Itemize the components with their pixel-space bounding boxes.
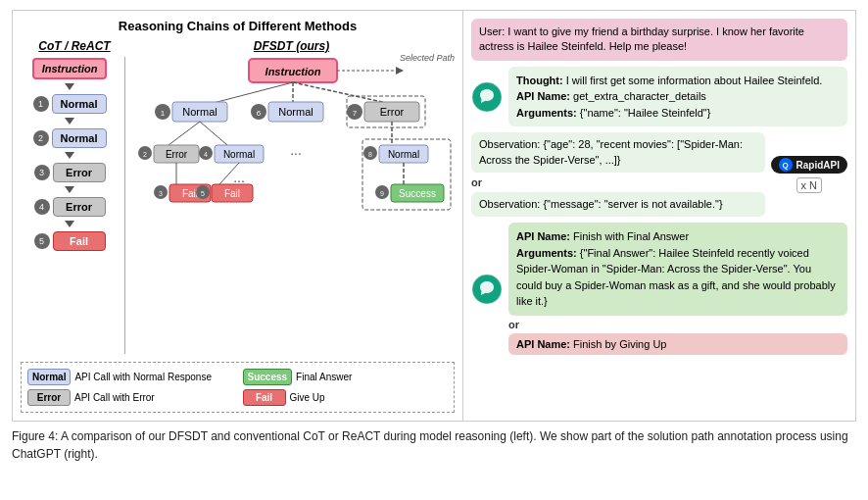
svg-text:...: ... (233, 170, 245, 185)
thought-label: Thought: (516, 75, 563, 86)
final-or-column: API Name: Finish with Final Answer Argum… (508, 223, 847, 355)
dfsdt-tree: Selected Path Instruction (131, 57, 455, 354)
legend-normal-desc: API Call with Normal Response (74, 372, 212, 382)
or-label: or (471, 176, 482, 188)
svg-text:9: 9 (380, 190, 384, 197)
svg-text:Fail: Fail (224, 188, 240, 199)
column-divider (124, 57, 125, 354)
caption-text: Figure 4: A comparison of our DFSDT and … (12, 429, 848, 461)
svg-text:3: 3 (159, 190, 163, 197)
svg-text:6: 6 (257, 109, 262, 118)
svg-text:Normal: Normal (388, 149, 419, 160)
gpt-icon-2 (471, 274, 503, 305)
cot-step-2-node: Normal (52, 128, 107, 148)
thought-box: Thought: I will first get some informati… (508, 67, 847, 127)
or-row: or (471, 176, 765, 188)
svg-text:...: ... (290, 142, 302, 158)
svg-text:Normal: Normal (278, 106, 313, 118)
rapid-api-badge: Q RapidAPI (771, 156, 847, 174)
legend-fail: Fail Give Up (243, 389, 449, 406)
thought-row: Thought: I will first get some informati… (471, 67, 847, 127)
api-final-name: Finish with Final Answer (573, 230, 689, 242)
cot-step-3-num: 3 (34, 165, 50, 180)
cot-step-3-node: Error (53, 163, 106, 182)
rapid-api-column: Q RapidAPI x N (771, 156, 847, 193)
selected-path-label: Selected Path (400, 53, 455, 63)
api-giveup-name: Finish by Giving Up (573, 338, 666, 350)
svg-marker-52 (396, 67, 404, 75)
obs1-row: Observation: {"age": 28, "recent movies"… (471, 132, 847, 217)
svg-text:Normal: Normal (182, 106, 217, 118)
obs-column: Observation: {"age": 28, "recent movies"… (471, 132, 765, 217)
svg-text:1: 1 (161, 109, 166, 118)
dfsdt-header: DFSDT (ours) (128, 39, 455, 53)
legend-error-box: Error (27, 389, 71, 406)
cot-arrow-1 (65, 83, 74, 90)
legend-success-desc: Final Answer (296, 372, 352, 382)
user-message-bubble: User: I want to give my friend a birthda… (471, 19, 847, 61)
svg-text:7: 7 (353, 109, 358, 118)
svg-text:4: 4 (204, 151, 208, 158)
obs2-text: Observation: {"message": "server is not … (479, 198, 723, 210)
svg-text:8: 8 (368, 151, 372, 158)
legend-fail-box: Fail (243, 389, 286, 406)
obs1-text: Observation: {"age": 28, "recent movies"… (479, 138, 743, 165)
rapid-api-icon: Q (779, 158, 793, 172)
cot-step-5-num: 5 (34, 233, 50, 249)
left-panel: Reasoning Chains of Different Methods Co… (13, 11, 463, 421)
api-giveup-name-label: API Name: (516, 338, 570, 350)
api-name-value: get_extra_character_details (573, 90, 706, 102)
api-name-label: API Name: (516, 90, 570, 102)
svg-text:5: 5 (201, 190, 205, 197)
xN-label: x N (796, 177, 823, 193)
legend-normal-box: Normal (27, 369, 71, 385)
svg-text:Fail: Fail (182, 188, 198, 199)
args-label: Arguments: (516, 107, 577, 119)
legend: Normal API Call with Normal Response Suc… (21, 362, 455, 413)
cot-header: CoT / ReACT (21, 39, 128, 53)
diagram-title: Reasoning Chains of Different Methods (21, 19, 455, 33)
svg-text:Success: Success (399, 188, 436, 199)
legend-fail-desc: Give Up (290, 392, 325, 403)
svg-text:Normal: Normal (223, 149, 255, 160)
legend-error: Error API Call with Error (27, 389, 233, 406)
svg-line-4 (293, 82, 391, 104)
args-value: {"name": "Hailee Steinfeld"} (580, 107, 711, 119)
legend-success-box: Success (243, 369, 293, 385)
cot-step-2-num: 2 (33, 130, 49, 146)
or-row-2: or (508, 319, 847, 330)
or-label-2: or (508, 319, 519, 330)
cot-step-1-num: 1 (33, 96, 49, 112)
cot-step-5-node: Fail (53, 231, 106, 251)
cot-instruction-node: Instruction (32, 58, 108, 79)
dfsdt-svg: Instruction 1 Normal 6 (141, 57, 455, 351)
svg-text:Error: Error (166, 149, 188, 160)
api-final-name-label: API Name: (516, 230, 570, 242)
svg-text:Error: Error (380, 106, 405, 118)
legend-normal: Normal API Call with Normal Response (27, 369, 233, 385)
svg-text:Instruction: Instruction (265, 66, 321, 77)
api-final-args-label: Arguments: (516, 247, 577, 259)
svg-line-2 (210, 82, 293, 104)
cot-step-4-num: 4 (34, 199, 50, 215)
obs2-box: Observation: {"message": "server is not … (471, 192, 765, 217)
legend-success: Success Final Answer (243, 369, 449, 385)
svg-text:2: 2 (143, 151, 147, 158)
figure-caption: Figure 4: A comparison of our DFSDT and … (12, 427, 856, 463)
right-panel: User: I want to give my friend a birthda… (463, 11, 855, 421)
cot-chain: Instruction 1 Normal 2 Normal (21, 57, 119, 252)
cot-step-4-node: Error (53, 197, 106, 217)
svg-line-19 (200, 122, 227, 145)
gpt-icon (471, 81, 503, 113)
thought-text: I will first get some information about … (566, 75, 823, 86)
obs1-box: Observation: {"age": 28, "recent movies"… (471, 132, 765, 173)
user-message-text: User: I want to give my friend a birthda… (479, 25, 804, 52)
api-final-box: API Name: Finish with Final Answer Argum… (508, 223, 847, 316)
cot-step-1-node: Normal (52, 94, 107, 114)
svg-line-18 (169, 122, 200, 145)
rapid-api-label: RapidAPI (796, 160, 840, 171)
api-giveup-box: API Name: Finish by Giving Up (508, 333, 847, 355)
legend-error-desc: API Call with Error (74, 392, 155, 403)
final-answer-row: API Name: Finish with Final Answer Argum… (471, 223, 847, 355)
